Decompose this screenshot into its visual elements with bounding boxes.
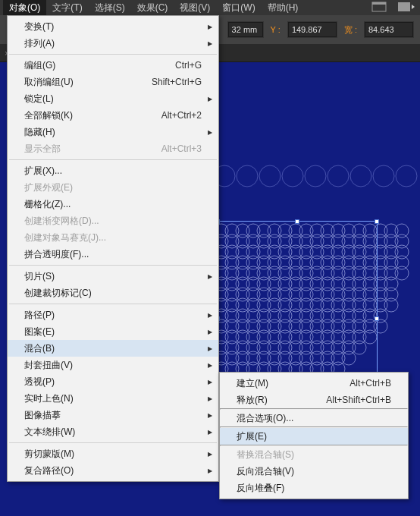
menu-item[interactable]: 排列(A) [8,35,218,52]
svg-point-57 [395,245,409,259]
arrange-icon[interactable] [397,2,415,14]
menu-shortcut: Alt+Ctrl+3 [146,143,202,154]
menu-item[interactable]: 扩展(X)... [8,162,218,179]
svg-point-39 [395,234,409,248]
menu-item[interactable]: 锁定(L) [8,90,218,107]
menu-item[interactable]: 透视(P) [8,373,218,390]
menu-item[interactable]: 图像描摹 [8,407,218,423]
menu-shortcut: Ctrl+G [160,60,202,71]
menu-help[interactable]: 帮助(H) [262,0,305,16]
menu-item-label: 混合(B) [24,342,55,355]
menu-shortcut: Shift+Ctrl+G [136,77,202,87]
menu-shortcut: Alt+Ctrl+2 [146,110,202,121]
svg-rect-2 [398,2,410,11]
menu-item-label: 排列(A) [24,37,55,50]
menu-item-label: 锁定(L) [24,93,54,105]
svg-point-56 [384,245,398,259]
menu-item[interactable]: 混合选项(O)... [220,410,408,426]
menu-item: 创建对象马赛克(J)... [8,229,218,246]
y-label: Y : [268,25,283,34]
svg-point-20 [384,224,398,238]
menu-item[interactable]: 隐藏(H) [8,124,218,140]
menu-item-label: 变换(T) [24,20,54,33]
menu-type[interactable]: 文字(T) [46,0,88,16]
menu-item-label: 扩展(E) [237,430,267,443]
menu-item[interactable]: 编组(G)Ctrl+G [8,57,218,74]
svg-point-92 [384,266,398,280]
menu-effect[interactable]: 效果(C) [131,0,174,16]
menu-item-label: 创建对象马赛克(J)... [24,231,106,244]
svg-point-74 [384,256,398,269]
menu-item[interactable]: 全部解锁(K)Alt+Ctrl+2 [8,107,218,124]
menu-item-label: 显示全部 [24,143,61,156]
menu-item[interactable]: 图案(E) [8,323,218,340]
svg-point-266 [305,165,326,187]
menu-item: 显示全部Alt+Ctrl+3 [8,140,218,157]
menu-item-label: 文本绕排(W) [24,426,75,439]
svg-point-263 [237,165,258,187]
svg-point-269 [373,165,394,187]
menu-item[interactable]: 拼合透明度(F)... [8,246,218,263]
blend-submenu: 建立(M)Alt+Ctrl+B释放(R)Alt+Shift+Ctrl+B混合选项… [219,372,409,499]
svg-point-75 [395,256,409,269]
svg-rect-1 [372,2,386,5]
menu-item[interactable]: 文本绕排(W) [8,423,218,440]
svg-point-93 [395,266,409,280]
menu-item-label: 隐藏(H) [24,126,55,139]
menu-item: 创建渐变网格(D)... [8,212,218,229]
menu-item[interactable]: 实时上色(N) [8,390,218,407]
menu-item[interactable]: 取消编组(U)Shift+Ctrl+G [8,74,218,90]
svg-point-265 [282,165,303,187]
menu-item-label: 路径(P) [24,309,55,322]
menu-select[interactable]: 选择(S) [89,0,131,16]
menu-item[interactable]: 栅格化(Z)... [8,196,218,212]
svg-point-21 [395,224,409,238]
layout-icon[interactable] [371,2,387,14]
w-input[interactable] [365,22,413,37]
svg-point-267 [328,165,349,187]
svg-point-38 [384,234,398,248]
menu-item-label: 图像描摹 [24,409,61,422]
menu-item[interactable]: 剪切蒙版(M) [8,445,218,462]
menu-item-label: 取消编组(U) [24,76,74,89]
menu-item[interactable]: 路径(P) [8,307,218,323]
menu-item[interactable]: 混合(B) [8,340,218,357]
menu-item-label: 栅格化(Z)... [24,198,71,211]
menu-item-label: 扩展(X)... [24,165,62,178]
menu-view[interactable]: 视图(V) [174,0,216,16]
menu-item-label: 封套扭曲(V) [24,359,73,372]
menu-item-label: 建立(M) [237,377,268,390]
menu-item-label: 切片(S) [24,270,55,283]
menu-item[interactable]: 切片(S) [8,268,218,285]
menu-item-label: 创建裁切标记(C) [24,287,92,300]
x-field[interactable] [227,21,264,38]
menu-item: 扩展外观(E) [8,179,218,196]
menu-item-label: 反向混合轴(V) [237,465,294,478]
menu-item-label: 拼合透明度(F)... [24,248,89,261]
svg-point-110 [384,277,398,291]
menu-item[interactable]: 复合路径(O) [8,462,218,479]
w-field[interactable] [364,21,414,38]
y-field[interactable] [287,21,337,38]
svg-point-127 [384,288,398,301]
y-input[interactable] [288,22,337,37]
svg-point-144 [384,298,398,312]
menu-item-label: 反向堆叠(F) [237,482,284,495]
svg-point-270 [396,165,417,187]
menu-item-label: 实时上色(N) [24,392,74,405]
object-menu: 变换(T)排列(A)编组(G)Ctrl+G取消编组(U)Shift+Ctrl+G… [7,15,219,482]
menu-item-label: 透视(P) [24,376,55,389]
menu-item[interactable]: 变换(T) [8,18,218,35]
x-input[interactable] [228,22,263,37]
menu-item[interactable]: 反向堆叠(F) [220,480,408,496]
menu-window[interactable]: 窗口(W) [216,0,261,16]
menu-item-label: 扩展外观(E) [24,181,73,194]
menu-item[interactable]: 扩展(E) [220,428,408,445]
menu-item[interactable]: 释放(R)Alt+Shift+Ctrl+B [220,392,408,408]
menu-item[interactable]: 建立(M)Alt+Ctrl+B [220,375,408,392]
svg-point-268 [350,165,371,187]
menu-object[interactable]: 对象(O) [3,0,46,16]
menu-item[interactable]: 创建裁切标记(C) [8,285,218,301]
menu-item[interactable]: 反向混合轴(V) [220,463,408,480]
menu-item[interactable]: 封套扭曲(V) [8,357,218,373]
